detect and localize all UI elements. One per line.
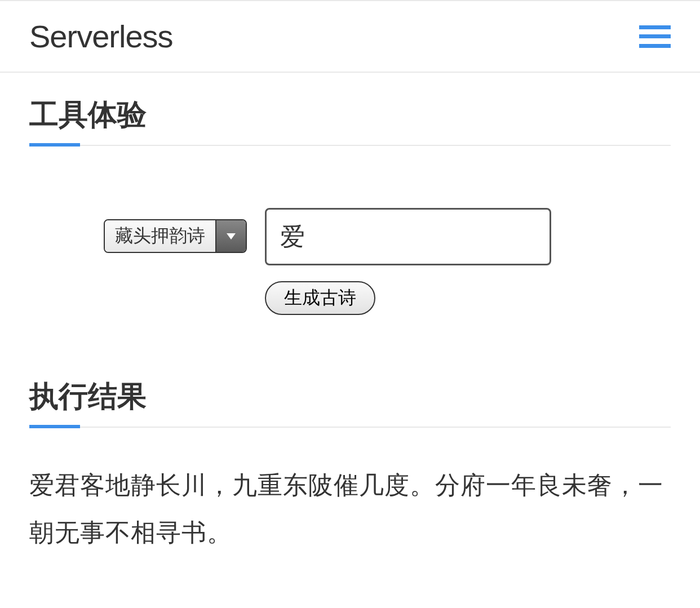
main-content: 工具体验 藏头押韵诗 生成古诗 执行结果 爱君客地静长川，九重东陂催几度。分府一… xyxy=(0,95,700,556)
poem-type-select[interactable]: 藏头押韵诗 xyxy=(104,219,247,253)
generate-button[interactable]: 生成古诗 xyxy=(265,281,375,315)
hamburger-menu-icon[interactable] xyxy=(639,25,671,48)
keyword-input[interactable] xyxy=(265,208,551,265)
result-text: 爱君客地静长川，九重东陂催几度。分府一年良未奢，一朝无事不相寻书。 xyxy=(29,461,671,556)
svg-marker-0 xyxy=(227,233,236,239)
header: Serverless xyxy=(0,0,700,73)
result-section-title: 执行结果 xyxy=(29,377,671,428)
tool-section-title: 工具体验 xyxy=(29,95,671,146)
chevron-down-icon xyxy=(215,220,246,252)
select-value: 藏头押韵诗 xyxy=(105,220,215,252)
brand-title: Serverless xyxy=(29,18,173,55)
form-area: 藏头押韵诗 生成古诗 xyxy=(29,208,671,315)
input-group: 生成古诗 xyxy=(265,208,551,315)
